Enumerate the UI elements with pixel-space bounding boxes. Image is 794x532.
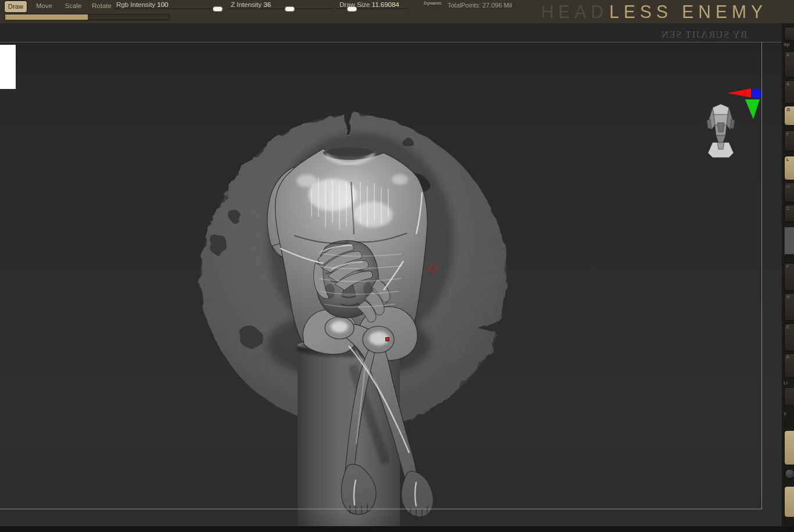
right-shelf-label: Sp: [784, 42, 790, 47]
top-shelf: Draw Move Scale Rotate Rgb Intensity 100…: [0, 0, 794, 23]
right-shelf-label: Li: [784, 380, 788, 385]
rgb-intensity-value: 100: [157, 1, 168, 8]
right-shelf-button-active[interactable]: Zi: [784, 106, 794, 126]
white-panel: [0, 45, 16, 89]
right-shelf-circle-button[interactable]: [785, 469, 794, 479]
artist-byline-mirrored: BY SURAJIT SEN: [652, 29, 756, 41]
rotate-button[interactable]: Rotate: [88, 1, 115, 12]
document-title-dim: HEAD: [541, 2, 608, 22]
right-shelf-panel[interactable]: [784, 430, 794, 465]
move-button[interactable]: Move: [32, 1, 56, 12]
right-shelf-button[interactable]: A: [784, 51, 794, 78]
z-intensity-label: Z Intensity 36: [231, 1, 271, 8]
bottom-strip: [0, 526, 794, 532]
right-shelf-swatch[interactable]: [784, 227, 794, 255]
right-shelf-button[interactable]: Li: [784, 183, 794, 202]
right-shelf-label: T: [784, 412, 786, 417]
right-shelf-button[interactable]: [784, 27, 794, 41]
viewport-canvas[interactable]: [0, 42, 782, 527]
right-shelf-button[interactable]: Z: [784, 323, 794, 351]
total-points-readout: TotalPoints: 27.096 Mil: [448, 2, 512, 9]
scale-button[interactable]: Scale: [60, 1, 86, 12]
right-shelf-button[interactable]: F: [784, 130, 794, 151]
draw-size-value: 11.69084: [372, 1, 399, 8]
right-shelf-button[interactable]: A: [784, 80, 794, 103]
right-shelf-button-active[interactable]: L: [784, 156, 794, 180]
sculpture-scene[interactable]: [186, 98, 529, 527]
dynamic-label[interactable]: Dynamic: [424, 1, 442, 6]
x-axis-red-cone: [728, 88, 751, 98]
right-shelf-button[interactable]: R: [784, 354, 794, 378]
y-axis-blue-sphere: [751, 88, 761, 99]
right-shelf-button[interactable]: F: [784, 263, 794, 291]
right-shelf-button-active[interactable]: [784, 486, 794, 517]
z-intensity-handle[interactable]: [285, 6, 295, 12]
right-shelf: Sp A A Zi F L Li C F M Z R Li T: [782, 23, 794, 526]
rgb-intensity-slider[interactable]: [115, 9, 222, 9]
brush-cursor-ring[interactable]: [429, 265, 437, 273]
zbrush-window: { "top_shelf": { "tools": [ {"label": "D…: [0, 0, 794, 532]
draw-size-handle[interactable]: [347, 6, 357, 12]
right-shelf-button[interactable]: [784, 387, 794, 406]
z-axis-green-cone: [745, 99, 760, 119]
document-title: HEADLESS ENEMY: [541, 1, 767, 24]
z-intensity-value: 36: [263, 1, 271, 8]
stroke-progress-fill: [5, 15, 88, 20]
stroke-progress-bar: [5, 14, 170, 20]
document-title-bright: LESS ENEMY: [609, 2, 767, 22]
current-tool-preview-icon[interactable]: [702, 99, 739, 160]
red-marker-dot: [385, 337, 389, 341]
document-right-border: [761, 42, 762, 509]
right-shelf-button[interactable]: C: [784, 205, 794, 222]
right-shelf-button[interactable]: M: [784, 293, 794, 321]
draw-button[interactable]: Draw: [4, 1, 27, 13]
rgb-intensity-label: Rgb Intensity 100: [116, 1, 169, 8]
z-intensity-slider[interactable]: [228, 9, 332, 9]
document-bottom-border: [0, 509, 762, 509]
rgb-intensity-handle[interactable]: [213, 6, 223, 12]
